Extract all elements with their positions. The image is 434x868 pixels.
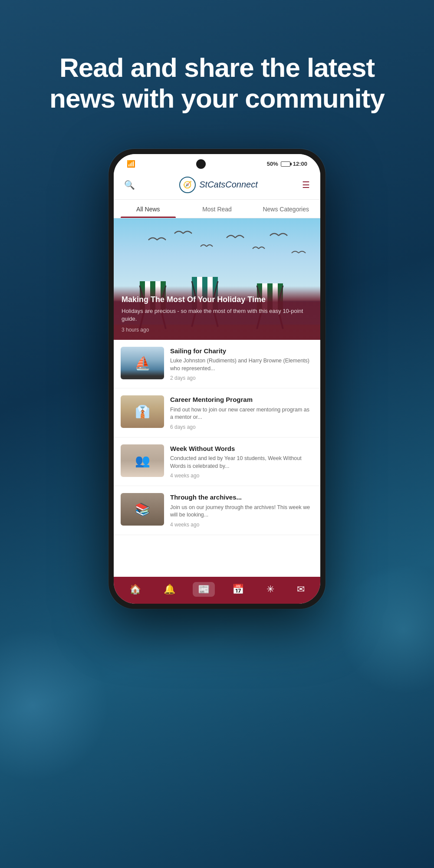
phone-inner: 📶 50% 12:00 🔍 🧭 — [114, 154, 320, 604]
news-content-sailing: Sailing for Charity Luke Johnston (Rudim… — [170, 347, 313, 381]
tab-news-categories[interactable]: News Categories — [251, 200, 320, 218]
news-time-mentoring: 6 days ago — [170, 424, 313, 430]
news-content-archives: Through the archives... Join us on our j… — [170, 493, 313, 528]
news-thumb-words — [121, 444, 164, 477]
news-title-mentoring: Career Mentoring Program — [170, 395, 313, 404]
battery-body — [281, 161, 290, 167]
status-right: 50% 12:00 — [267, 161, 307, 167]
nav-home[interactable]: 🏠 — [124, 582, 146, 597]
battery-percent: 50% — [267, 161, 278, 167]
news-item-sailing[interactable]: Sailing for Charity Luke Johnston (Rudim… — [114, 340, 320, 389]
news-desc-mentoring: Find out how to join our new career ment… — [170, 406, 313, 421]
news-time-sailing: 2 days ago — [170, 375, 313, 381]
home-icon: 🏠 — [129, 584, 141, 595]
news-thumb-sailing — [121, 347, 164, 379]
logo-icon: 🧭 — [179, 177, 196, 193]
tab-most-read[interactable]: Most Read — [183, 200, 252, 218]
news-time-archives: 4 weeks ago — [170, 522, 313, 528]
logo-brand-italic: Connect — [225, 180, 258, 189]
news-thumb-mentoring — [121, 395, 164, 428]
nav-news[interactable]: 📰 — [193, 582, 215, 597]
news-desc-words: Conducted and led by Year 10 students, W… — [170, 455, 313, 470]
menu-button[interactable]: ☰ — [300, 178, 312, 192]
featured-article-time: 3 hours ago — [122, 327, 312, 333]
featured-article-title: Making The Most Of Your Holiday Time — [122, 295, 312, 305]
news-desc-archives: Join us on our journey through the archi… — [170, 504, 313, 519]
logo-area: 🧭 StCatsConnect — [179, 177, 258, 193]
bottom-navigation: 🏠 🔔 📰 📅 ✳ ✉ — [114, 577, 320, 604]
clock: 12:00 — [293, 161, 307, 167]
news-title-sailing: Sailing for Charity — [170, 347, 313, 355]
news-thumb-archives — [121, 493, 164, 526]
nav-community[interactable]: ✳ — [261, 582, 279, 597]
nav-calendar[interactable]: 📅 — [227, 582, 249, 597]
mail-icon: ✉ — [297, 584, 305, 595]
news-item-archives[interactable]: Through the archives... Join us on our j… — [114, 486, 320, 535]
hero-section: Read and share the latest news with your… — [0, 52, 434, 114]
news-content-mentoring: Career Mentoring Program Find out how to… — [170, 395, 313, 430]
featured-article-overlay: Making The Most Of Your Holiday Time Hol… — [114, 286, 320, 340]
mentoring-thumbnail — [121, 395, 164, 428]
news-icon: 📰 — [198, 584, 210, 595]
news-time-words: 4 weeks ago — [170, 473, 313, 479]
bell-icon: 🔔 — [164, 584, 175, 595]
logo-brand: StCats — [199, 180, 225, 189]
seagulls-svg — [114, 227, 320, 270]
app-header: 🔍 🧭 StCatsConnect ☰ — [114, 172, 320, 200]
archives-thumbnail — [121, 493, 164, 526]
featured-article-description: Holidays are precious - so make the most… — [122, 307, 312, 323]
news-title-archives: Through the archives... — [170, 493, 313, 502]
logo-text: StCatsConnect — [199, 180, 258, 190]
wifi-icon: 📶 — [127, 160, 135, 168]
news-tabs: All News Most Read News Categories — [114, 200, 320, 218]
news-title-words: Week Without Words — [170, 444, 313, 453]
phone-mockup: 📶 50% 12:00 🔍 🧭 — [108, 149, 326, 609]
search-button[interactable]: 🔍 — [122, 178, 137, 192]
battery-icon — [281, 161, 290, 167]
sailing-thumbnail — [121, 347, 164, 379]
status-bar: 📶 50% 12:00 — [114, 154, 320, 172]
app-content[interactable]: Making The Most Of Your Holiday Time Hol… — [114, 218, 320, 577]
calendar-icon: 📅 — [232, 584, 244, 595]
news-item-mentoring[interactable]: Career Mentoring Program Find out how to… — [114, 388, 320, 437]
nav-messages[interactable]: ✉ — [292, 582, 310, 597]
news-desc-sailing: Luke Johnston (Rudiments) and Harry Brow… — [170, 357, 313, 372]
news-item-words[interactable]: Week Without Words Conducted and led by … — [114, 437, 320, 487]
status-left: 📶 — [127, 160, 135, 168]
nav-notifications[interactable]: 🔔 — [158, 582, 181, 597]
phone-outer: 📶 50% 12:00 🔍 🧭 — [108, 149, 326, 609]
community-icon: ✳ — [266, 584, 274, 595]
words-thumbnail — [121, 444, 164, 477]
hero-title: Read and share the latest news with your… — [26, 52, 408, 114]
news-content-words: Week Without Words Conducted and led by … — [170, 444, 313, 479]
featured-article-card[interactable]: Making The Most Of Your Holiday Time Hol… — [114, 218, 320, 340]
camera-notch — [196, 159, 206, 169]
tab-all-news[interactable]: All News — [114, 200, 183, 218]
